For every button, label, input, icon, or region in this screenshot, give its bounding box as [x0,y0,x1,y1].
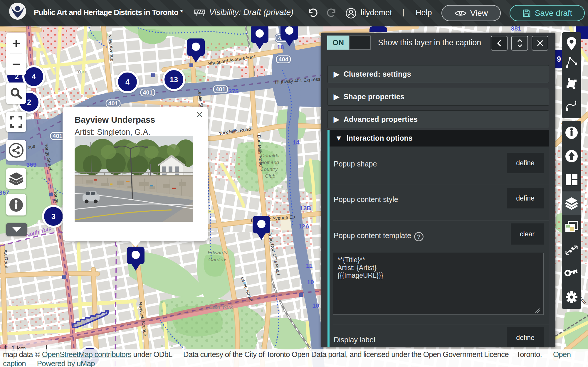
svg-text:10: 10 [307,279,314,285]
svg-text:381: 381 [511,26,521,32]
svg-text:Golf and: Golf and [260,160,279,165]
svg-text:Gardens: Gardens [208,257,228,262]
svg-text:Club: Club [265,173,275,179]
svg-text:East York: East York [209,304,233,310]
svg-text:?: ? [417,233,421,240]
svg-text:Edwards: Edwards [208,250,227,255]
svg-text:401: 401 [143,89,152,96]
svg-text:11: 11 [306,262,313,269]
svg-text:401: 401 [216,86,225,92]
svg-text:401: 401 [108,100,118,107]
svg-text:369: 369 [26,161,36,168]
svg-text:12A: 12A [298,223,310,230]
svg-text:12B: 12B [300,205,311,211]
svg-text:401: 401 [53,133,62,139]
svg-text:404: 404 [278,56,288,63]
svg-text:Country: Country [260,166,278,172]
svg-text:Donalda: Donalda [261,153,279,159]
svg-text:Av. Road: Av. Road [3,250,9,269]
svg-text:375: 375 [228,88,238,95]
svg-text:14: 14 [293,139,300,146]
svg-text:York: York [77,69,87,75]
svg-text:10: 10 [312,302,319,309]
